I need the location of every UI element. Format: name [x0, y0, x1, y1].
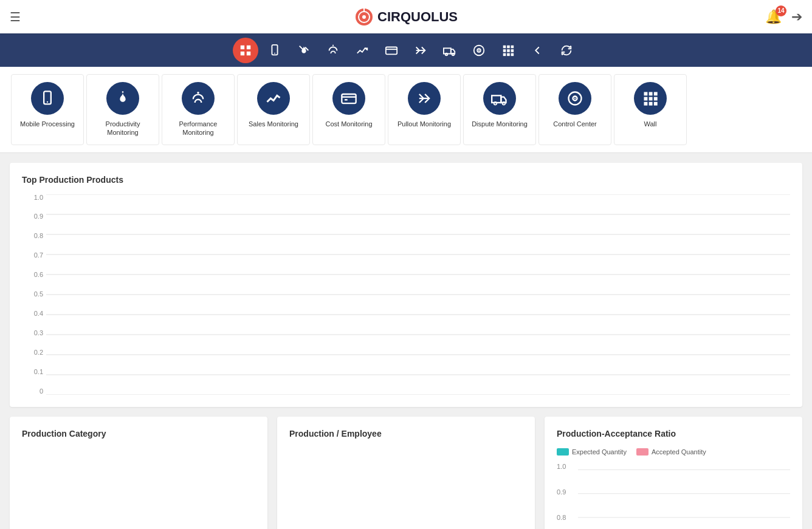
y-label-1: 1.0 — [22, 194, 43, 201]
svg-point-42 — [574, 98, 576, 99]
label-cost-monitoring: Cost Monitoring — [325, 120, 372, 128]
production-acceptance-card: Production-Acceptance Ratio Expected Qua… — [545, 417, 802, 529]
svg-rect-45 — [654, 92, 658, 96]
svg-rect-26 — [503, 53, 506, 56]
svg-rect-11 — [386, 47, 397, 54]
svg-point-30 — [47, 101, 48, 103]
label-dispute-monitoring: Dispute Monitoring — [472, 120, 528, 128]
y-label-0: 0 — [22, 388, 43, 395]
top-production-title: Top Production Products — [22, 175, 790, 185]
nav-btn-dispatch[interactable] — [437, 38, 463, 63]
logout-button[interactable]: ➔ — [791, 9, 802, 25]
svg-rect-20 — [503, 45, 506, 48]
ratio-chart-area: 1.0 0.9 0.8 0.7 0.6 — [557, 463, 790, 529]
nav-btn-sales[interactable] — [349, 38, 375, 63]
nav-btn-dashboard[interactable] — [233, 38, 258, 63]
y-label-01: 0.1 — [22, 369, 43, 375]
icon-cost-monitoring — [332, 82, 365, 115]
y-label-09: 0.9 — [22, 213, 43, 220]
icon-mobile-processing — [31, 82, 64, 115]
grid-item-performance-monitoring[interactable]: Performance Monitoring — [162, 74, 235, 145]
y-label-07: 0.7 — [22, 252, 43, 259]
logo-text: CIRQUOLUS — [377, 9, 458, 25]
app-logo: CIRQUOLUS — [354, 7, 458, 27]
notification-badge: 14 — [776, 5, 786, 16]
y-axis-top: 1.0 0.9 0.8 0.7 0.6 0.5 0.4 0.3 0.2 0.1 … — [22, 194, 43, 395]
label-mobile-processing: Mobile Processing — [20, 120, 75, 128]
grid-item-mobile-processing[interactable]: Mobile Processing — [11, 74, 84, 145]
grid-item-wall[interactable]: Wall — [614, 74, 687, 145]
grid-item-control-center[interactable]: Control Center — [538, 74, 611, 145]
y-label-08: 0.8 — [22, 233, 43, 239]
production-category-title: Production Category — [22, 429, 255, 439]
svg-rect-23 — [503, 49, 506, 52]
svg-point-9 — [274, 52, 275, 53]
ratio-y-1: 1.0 — [557, 463, 578, 470]
nav-btn-back[interactable] — [525, 38, 550, 63]
nav-toolbar — [0, 33, 812, 67]
grid-item-pullout-monitoring[interactable]: Pullout Monitoring — [388, 74, 461, 145]
app-icon-grid: Mobile Processing Productivity Monitorin… — [0, 67, 812, 153]
svg-point-2 — [362, 15, 366, 19]
svg-rect-7 — [247, 51, 250, 55]
svg-rect-28 — [511, 53, 514, 56]
legend-accepted: Accepted Quantity — [636, 448, 706, 456]
top-production-chart: 1.0 0.9 0.8 0.7 0.6 0.5 0.4 0.3 0.2 0.1 … — [22, 194, 790, 395]
legend-expected: Expected Quantity — [557, 448, 627, 456]
svg-rect-25 — [511, 49, 514, 52]
grid-item-cost-monitoring[interactable]: Cost Monitoring — [312, 74, 385, 145]
y-label-05: 0.5 — [22, 291, 43, 298]
bottom-row: Production Category Production / Employe… — [10, 417, 802, 529]
label-wall: Wall — [644, 120, 657, 128]
svg-rect-24 — [507, 49, 510, 52]
legend-dot-accepted — [636, 448, 649, 456]
svg-rect-33 — [342, 94, 356, 103]
top-production-chart-card: Top Production Products 1.0 0.9 0.8 0.7 … — [10, 163, 802, 407]
nav-btn-mobile[interactable] — [262, 38, 287, 63]
label-pullout-monitoring: Pullout Monitoring — [397, 120, 451, 128]
svg-rect-46 — [644, 97, 648, 101]
grid-item-dispute-monitoring[interactable]: Dispute Monitoring — [463, 74, 536, 145]
ratio-y-08: 0.8 — [557, 514, 578, 521]
main-content: Top Production Products 1.0 0.9 0.8 0.7 … — [0, 153, 812, 529]
production-employee-card: Production / Employee — [277, 417, 535, 529]
svg-rect-27 — [507, 53, 510, 56]
svg-rect-43 — [644, 92, 648, 96]
grid-item-sales-monitoring[interactable]: Sales Monitoring — [237, 74, 310, 145]
grid-item-productivity-monitoring[interactable]: Productivity Monitoring — [86, 74, 159, 145]
svg-point-19 — [478, 50, 480, 51]
nav-btn-refresh[interactable] — [554, 38, 579, 63]
y-label-03: 0.3 — [22, 330, 43, 336]
svg-rect-49 — [644, 102, 648, 106]
icon-wall — [634, 82, 667, 115]
label-sales-monitoring: Sales Monitoring — [249, 120, 298, 128]
svg-rect-21 — [507, 45, 510, 48]
app-header: ☰ CIRQUOLUS 🔔 14 ➔ — [0, 0, 812, 33]
y-label-06: 0.6 — [22, 271, 43, 278]
y-label-04: 0.4 — [22, 310, 43, 317]
svg-point-16 — [452, 53, 455, 55]
icon-control-center — [559, 82, 591, 115]
nav-btn-productivity[interactable] — [291, 38, 317, 63]
svg-point-15 — [446, 53, 448, 55]
notification-bell[interactable]: 🔔 14 — [765, 9, 782, 25]
nav-btn-performance[interactable] — [320, 38, 346, 63]
svg-rect-4 — [241, 45, 244, 49]
nav-btn-control-center[interactable] — [495, 38, 521, 63]
header-actions: 🔔 14 ➔ — [765, 9, 802, 25]
legend-dot-expected — [557, 448, 569, 456]
nav-btn-dispute[interactable] — [466, 38, 492, 63]
menu-button[interactable]: ☰ — [10, 10, 21, 24]
legend-label-expected: Expected Quantity — [572, 448, 627, 456]
y-label-02: 0.2 — [22, 349, 43, 356]
label-productivity-monitoring: Productivity Monitoring — [92, 120, 154, 137]
svg-rect-47 — [649, 97, 653, 101]
production-acceptance-title: Production-Acceptance Ratio — [557, 429, 790, 439]
svg-rect-50 — [649, 102, 653, 106]
svg-rect-22 — [511, 45, 514, 48]
svg-point-32 — [197, 92, 199, 94]
svg-rect-44 — [649, 92, 653, 96]
nav-btn-pullout[interactable] — [408, 38, 433, 63]
icon-sales-monitoring — [257, 82, 290, 115]
nav-btn-cost[interactable] — [379, 38, 404, 63]
